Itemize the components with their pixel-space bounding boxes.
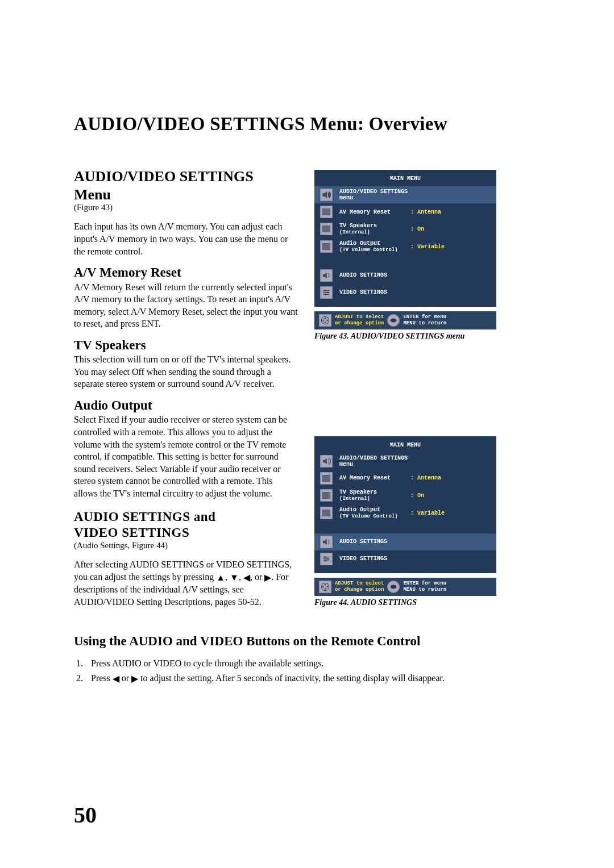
subheading-av-memory-reset: A/V Memory Reset <box>74 265 298 279</box>
osd-row-av-settings-menu: AUDIO/VIDEO SETTINGS menu <box>320 453 491 470</box>
osd-label-main: Audio Output <box>339 240 380 247</box>
svg-point-7 <box>325 560 326 562</box>
speaker-icon <box>320 455 333 468</box>
hint-text: ENTER for menu <box>403 314 446 320</box>
text-fragment: After selecting AUDIO SETTINGS or VIDEO … <box>74 560 292 582</box>
osd-row-audio-output: Audio Output (TV Volume Control) : Varia… <box>320 504 491 522</box>
hint-text: MENU to return <box>403 587 446 592</box>
osd-label: AUDIO/VIDEO SETTINGS menu <box>339 189 410 201</box>
osd-row-tv-speakers: TV Speakers (Internal) : On <box>320 487 491 504</box>
section-heading-av-settings-line2: Menu <box>74 186 298 203</box>
osd-label-main: Audio Output <box>339 507 380 513</box>
osd-row-video-settings: VIDEO SETTINGS <box>320 550 491 567</box>
osd-row-av-memory-reset: AV Memory Reset : Antenna <box>320 203 491 220</box>
down-triangle-icon: ▼ <box>230 571 239 584</box>
osd-label: Audio Output (TV Volume Control) <box>339 240 410 253</box>
figure-reference-43: (Figure 43) <box>74 203 298 212</box>
osd-label: AUDIO SETTINGS <box>339 272 410 278</box>
osd-label-main: TV Speakers <box>339 489 377 495</box>
osd-hint-bar: ADJUST to select or change option ENTER … <box>314 311 496 329</box>
right-column: MAIN MENU AUDIO/VIDEO SETTINGS menu AV M… <box>314 169 546 612</box>
screen-icon <box>320 206 333 218</box>
subheading-audio-output: Audio Output <box>74 398 298 412</box>
paragraph-tv-speakers: This selection will turn on or off the T… <box>74 353 298 390</box>
steps-list: 1. Press AUDIO or VIDEO to cycle through… <box>76 657 546 685</box>
osd-label-sub: (Internal) <box>339 496 370 502</box>
step-text-b: to adjust the setting. After 5 seconds o… <box>138 673 445 683</box>
osd-label: VIDEO SETTINGS <box>339 556 410 562</box>
hint-text: ADJUST to select <box>335 581 384 586</box>
osd-value: : Variable <box>410 244 491 250</box>
hint-left-text: ADJUST to select or change option <box>335 581 384 593</box>
speaker-icon <box>320 269 333 282</box>
svg-point-6 <box>327 558 329 560</box>
osd-label-sub: (TV Volume Control) <box>339 247 398 253</box>
screen-icon <box>320 507 333 519</box>
hint-text: or change option <box>335 320 384 326</box>
figure-reference-44: (Audio Settings, Figure 44) <box>74 541 298 550</box>
or-word: or <box>119 673 131 683</box>
osd-row-av-settings-menu: AUDIO/VIDEO SETTINGS menu <box>314 186 496 203</box>
hint-text: or change option <box>335 587 384 592</box>
svg-point-5 <box>324 556 326 558</box>
osd-label: AV Memory Reset <box>339 209 410 215</box>
osd-row-av-memory-reset: AV Memory Reset : Antenna <box>320 470 491 487</box>
two-column-layout: AUDIO/VIDEO SETTINGS Menu (Figure 43) Ea… <box>74 169 546 612</box>
page-number: 50 <box>74 802 97 828</box>
osd-row-video-settings: VIDEO SETTINGS <box>320 284 491 301</box>
osd-value: : On <box>410 226 491 232</box>
osd-row-tv-speakers: TV Speakers (Internal) : On <box>320 220 491 238</box>
step-text-a: Press <box>91 673 113 683</box>
speaker-icon <box>320 189 333 201</box>
osd-label: AUDIO SETTINGS <box>339 539 410 545</box>
osd-menu: MAIN MENU AUDIO/VIDEO SETTINGS menu AV M… <box>314 436 496 596</box>
left-column: AUDIO/VIDEO SETTINGS Menu (Figure 43) Ea… <box>74 169 298 612</box>
osd-main-panel: MAIN MENU AUDIO/VIDEO SETTINGS menu AV M… <box>314 170 496 307</box>
osd-hint-bar: ADJUST to select or change option ENTER … <box>314 578 496 596</box>
osd-title: MAIN MENU <box>320 176 491 182</box>
osd-row-audio-output: Audio Output (TV Volume Control) : Varia… <box>320 238 491 256</box>
figure-44: MAIN MENU AUDIO/VIDEO SETTINGS menu AV M… <box>314 436 546 607</box>
step-2: 2. Press ◀ or ▶ to adjust the setting. A… <box>76 671 546 685</box>
osd-label-main: TV Speakers <box>339 223 377 229</box>
paragraph-audio-output: Select Fixed if your audio receiver or s… <box>74 414 298 499</box>
osd-value: : Antenna <box>410 475 491 481</box>
dpad-icon <box>319 314 331 327</box>
osd-value: : On <box>410 493 491 499</box>
osd-label: AV Memory Reset <box>339 475 410 481</box>
hint-left-text: ADJUST to select or change option <box>335 314 384 327</box>
osd-spacer <box>320 256 491 267</box>
speaker-icon <box>320 536 333 548</box>
osd-label-sub: (Internal) <box>339 229 370 235</box>
step-1: 1. Press AUDIO or VIDEO to cycle through… <box>76 657 546 670</box>
osd-label: TV Speakers (Internal) <box>339 223 410 236</box>
left-triangle-icon: ◀ <box>243 571 250 584</box>
page-title: AUDIO/VIDEO SETTINGS Menu: Overview <box>74 114 546 135</box>
dpad-icon <box>319 581 331 593</box>
figure-43: MAIN MENU AUDIO/VIDEO SETTINGS menu AV M… <box>314 170 546 341</box>
section-heading-av-settings-line1: AUDIO/VIDEO SETTINGS <box>74 169 298 185</box>
right-triangle-icon: ▶ <box>264 571 271 584</box>
osd-row-audio-settings: AUDIO SETTINGS <box>320 267 491 284</box>
figure-44-caption: Figure 44. AUDIO SETTINGS <box>314 598 546 607</box>
subheading-remote-control: Using the AUDIO and VIDEO Buttons on the… <box>74 634 546 649</box>
svg-point-1 <box>327 291 329 293</box>
up-triangle-icon: ▲ <box>216 571 225 584</box>
step-text: Press AUDIO or VIDEO to cycle through th… <box>91 658 323 668</box>
osd-row-audio-settings: AUDIO SETTINGS <box>314 533 496 550</box>
osd-label-sub: (TV Volume Control) <box>339 514 398 519</box>
figure-43-caption: Figure 43. AUDIO/VIDEO SETTINGS menu <box>314 332 546 341</box>
paragraph-av-settings: After selecting AUDIO SETTINGS or VIDEO … <box>74 558 298 608</box>
osd-menu: MAIN MENU AUDIO/VIDEO SETTINGS menu AV M… <box>314 170 496 329</box>
screen-icon <box>320 472 333 485</box>
osd-label: TV Speakers (Internal) <box>339 489 410 502</box>
step-number: 1. <box>76 657 89 670</box>
osd-label: Audio Output (TV Volume Control) <box>339 507 410 520</box>
screen-icon <box>320 489 333 502</box>
osd-main-panel: MAIN MENU AUDIO/VIDEO SETTINGS menu AV M… <box>314 436 496 573</box>
paragraph-av-memory-reset: A/V Memory Reset will return the current… <box>74 281 298 330</box>
intro-paragraph: Each input has its own A/V memory. You c… <box>74 220 298 257</box>
osd-value: : Variable <box>410 510 491 516</box>
osd-label: AUDIO/VIDEO SETTINGS menu <box>339 455 410 468</box>
hint-text: MENU to return <box>403 320 446 326</box>
